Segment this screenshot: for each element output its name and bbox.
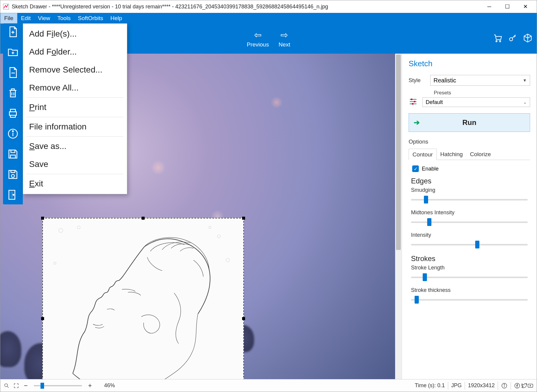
info-icon[interactable]: [501, 382, 508, 389]
smudging-slider[interactable]: [411, 196, 528, 203]
menu-save-as[interactable]: Save as...: [23, 137, 127, 155]
cube-icon[interactable]: [523, 33, 532, 44]
menu-remove-all[interactable]: Remove All...: [23, 79, 127, 97]
svg-point-28: [12, 131, 13, 132]
menu-softorbits[interactable]: SoftOrbits: [74, 13, 107, 24]
add-folder-icon[interactable]: [7, 46, 19, 59]
print-icon[interactable]: [7, 107, 19, 120]
zoom-value: 46%: [104, 382, 115, 389]
presets-select[interactable]: Default ⌄: [422, 97, 530, 107]
tab-colorize[interactable]: Colorize: [466, 149, 495, 160]
svg-rect-25: [9, 112, 16, 115]
stroke-length-slider[interactable]: [411, 273, 528, 281]
chevron-down-icon: ▼: [523, 78, 527, 83]
twitter-icon[interactable]: [520, 382, 527, 389]
zoom-slider[interactable]: [34, 383, 82, 389]
resize-handle-ne[interactable]: [242, 217, 245, 220]
svg-point-29: [11, 174, 14, 177]
menu-tools[interactable]: Tools: [54, 13, 74, 24]
menu-help[interactable]: Help: [107, 13, 126, 24]
next-button[interactable]: ⇨ Next: [278, 30, 290, 48]
sketch-preview: [43, 218, 243, 379]
sketch-panel: Sketch Style Realistic ▼ Presets Default…: [402, 54, 537, 379]
zoom-in-icon[interactable]: +: [87, 382, 93, 389]
menu-view[interactable]: View: [34, 13, 54, 24]
midtones-label: Midtones Intensity: [411, 209, 530, 216]
canvas-scrollbar[interactable]: [395, 54, 402, 379]
facebook-icon[interactable]: [514, 382, 520, 389]
menu-remove-selected[interactable]: Remove Selected...: [23, 61, 127, 79]
resize-handle-e[interactable]: [242, 317, 245, 320]
key-icon[interactable]: [508, 33, 518, 44]
menu-exit[interactable]: Exit: [23, 175, 127, 193]
format-value: JPG: [451, 382, 462, 389]
add-file-icon[interactable]: [7, 26, 19, 39]
sliders-icon[interactable]: [409, 97, 419, 107]
svg-point-4: [509, 38, 513, 41]
svg-point-3: [500, 41, 501, 42]
app-icon: [3, 3, 9, 10]
time-value: Time (s): 0.1: [415, 382, 445, 389]
menu-file[interactable]: File: [0, 13, 17, 24]
svg-point-22: [504, 384, 505, 385]
save-icon[interactable]: [7, 168, 19, 182]
presets-label: Presets: [434, 90, 530, 96]
file-menu-icons: [3, 23, 23, 204]
resize-handle-nw[interactable]: [41, 217, 44, 220]
window-title: Sketch Drawer - ****Unregistered version…: [12, 4, 328, 10]
close-button[interactable]: ✕: [516, 0, 534, 13]
menu-add-files[interactable]: Add File(s)...: [23, 25, 127, 43]
presets-value: Default: [426, 99, 443, 105]
remove-selected-icon[interactable]: [7, 67, 19, 80]
cart-icon[interactable]: [493, 33, 502, 44]
menu-edit[interactable]: Edit: [17, 13, 34, 24]
dimensions-value: 1920x3412: [468, 382, 495, 389]
maximize-button[interactable]: ☐: [498, 0, 516, 13]
run-button[interactable]: ➔ Run: [409, 113, 530, 132]
stroke-length-label: Stroke Length: [411, 265, 530, 271]
menubar: File Edit View Tools SoftOrbits Help: [0, 13, 537, 24]
youtube-icon[interactable]: [527, 382, 534, 389]
option-tabs: Contour Hatching Colorize: [409, 149, 530, 160]
strokes-heading: Strokes: [411, 254, 530, 263]
resize-handle-w[interactable]: [41, 317, 44, 320]
enable-checkbox[interactable]: ✓: [412, 165, 419, 172]
stroke-thickness-slider[interactable]: [411, 296, 528, 304]
intensity-label: Intensity: [411, 232, 530, 238]
menu-file-info[interactable]: File information: [23, 118, 127, 136]
sketch-selection[interactable]: [42, 218, 244, 379]
style-select[interactable]: Realistic ▼: [430, 75, 530, 86]
intensity-slider[interactable]: [411, 241, 528, 248]
svg-point-18: [4, 384, 8, 387]
smudging-label: Smudging: [411, 187, 530, 193]
arrow-right-icon: ⇨: [280, 30, 288, 40]
tab-hatching[interactable]: Hatching: [437, 149, 466, 160]
enable-label: Enable: [422, 166, 439, 172]
zoom-out-icon[interactable]: −: [22, 382, 29, 389]
info-icon[interactable]: [7, 128, 19, 141]
zoom-reset-icon[interactable]: [3, 382, 10, 389]
menu-add-folder[interactable]: Add Folder...: [23, 43, 127, 61]
exit-icon[interactable]: [7, 189, 19, 202]
scrollbar-thumb[interactable]: [396, 55, 401, 250]
previous-label: Previous: [247, 41, 269, 48]
save-as-icon[interactable]: [7, 148, 19, 161]
chevron-down-icon: ⌄: [523, 100, 527, 105]
previous-button[interactable]: ⇦ Previous: [247, 30, 269, 48]
edges-heading: Edges: [411, 177, 530, 185]
svg-rect-15: [414, 101, 416, 102]
remove-all-icon[interactable]: [7, 87, 19, 100]
tab-contour[interactable]: Contour: [409, 149, 437, 160]
resize-handle-n[interactable]: [142, 217, 145, 220]
svg-point-1: [7, 4, 8, 6]
file-menu-dropdown: Add File(s)... Add Folder... Remove Sele…: [23, 23, 127, 194]
menu-print[interactable]: Print: [23, 98, 127, 116]
panel-title: Sketch: [409, 59, 530, 68]
minimize-button[interactable]: ─: [480, 0, 498, 13]
options-label: Options: [409, 138, 530, 145]
menu-save[interactable]: Save: [23, 155, 127, 173]
fit-screen-icon[interactable]: [13, 382, 20, 389]
midtones-slider[interactable]: [411, 218, 528, 226]
svg-point-32: [13, 194, 14, 195]
style-value: Realistic: [434, 77, 456, 84]
